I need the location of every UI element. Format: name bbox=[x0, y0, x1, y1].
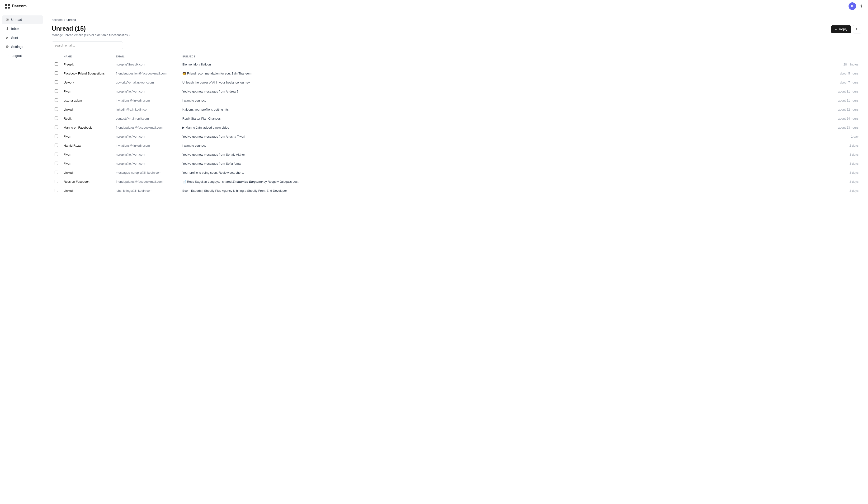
theme-toggle-icon[interactable]: ☀ bbox=[859, 3, 863, 9]
row-name: Fiverr bbox=[61, 132, 113, 141]
breadcrumb: dsecom › unread bbox=[52, 18, 861, 22]
search-input[interactable] bbox=[52, 42, 123, 49]
row-name: Freepik bbox=[61, 60, 113, 69]
row-time: about 23 hours bbox=[830, 123, 861, 132]
svg-rect-3 bbox=[8, 7, 10, 9]
row-email: upwork@email.upwork.com bbox=[113, 78, 179, 87]
row-name: LinkedIn bbox=[61, 186, 113, 195]
row-checkbox[interactable] bbox=[55, 98, 58, 102]
row-time: 3 days bbox=[830, 168, 861, 177]
row-subject: 📄 Ross Saguilan Lungayan shared Enchante… bbox=[179, 177, 830, 186]
row-time: 28 minutes bbox=[830, 60, 861, 69]
row-time: about 7 hours bbox=[830, 78, 861, 87]
row-time: about 24 hours bbox=[830, 114, 861, 123]
row-checkbox[interactable] bbox=[55, 81, 58, 84]
inbox-icon: ⬇ bbox=[6, 27, 9, 31]
svg-rect-0 bbox=[5, 4, 7, 6]
row-subject: You've got new messages from Anusha Tiwa… bbox=[179, 132, 830, 141]
row-subject: Ecom Experts | Shopify Plus Agency is hi… bbox=[179, 186, 830, 195]
sidebar-item-unread[interactable]: ✉ Unread bbox=[2, 15, 43, 24]
row-email: invitations@linkedin.com bbox=[113, 141, 179, 150]
row-time: 3 days bbox=[830, 159, 861, 168]
page-subtitle: Manage unread emails (Server side table … bbox=[52, 33, 130, 37]
table-row: LinkedInlinkedin@e.linkedin.comKaleem, y… bbox=[52, 105, 861, 114]
table-row: Fiverrnoreply@e.fiverr.comYou've got new… bbox=[52, 159, 861, 168]
logout-icon: → bbox=[6, 54, 9, 57]
row-checkbox[interactable] bbox=[55, 126, 58, 129]
row-checkbox[interactable] bbox=[55, 153, 58, 156]
row-checkbox[interactable] bbox=[55, 161, 58, 165]
sidebar-item-label: Logout bbox=[12, 54, 22, 57]
row-subject: You've got new messages from Andrea J bbox=[179, 87, 830, 96]
app-brand: Dsecom bbox=[12, 4, 27, 8]
row-time: about 5 hours bbox=[830, 69, 861, 78]
row-subject: You've got new messages from Sonaly Akth… bbox=[179, 150, 830, 159]
main-content: dsecom › unread Unread (15) Manage unrea… bbox=[45, 12, 868, 504]
row-subject: Replit Starter Plan Changes bbox=[179, 114, 830, 123]
row-checkbox[interactable] bbox=[55, 171, 58, 174]
row-name: Replit bbox=[61, 114, 113, 123]
header-actions: ↩ Reply ↻ bbox=[831, 25, 861, 33]
row-checkbox[interactable] bbox=[55, 144, 58, 147]
row-time: about 21 hours bbox=[830, 96, 861, 105]
col-header-email: EMAIL bbox=[113, 53, 179, 60]
table-header-row: NAME EMAIL SUBJECT bbox=[52, 53, 861, 60]
row-checkbox[interactable] bbox=[55, 90, 58, 93]
row-time: 3 days bbox=[830, 150, 861, 159]
topbar: Dsecom K ☀ bbox=[0, 0, 868, 12]
row-subject: Your profile is being seen. Review searc… bbox=[179, 168, 830, 177]
row-name: Ross on Facebook bbox=[61, 177, 113, 186]
sidebar-item-settings[interactable]: ⚙ Settings bbox=[2, 42, 43, 51]
row-name: osama aslam bbox=[61, 96, 113, 105]
row-email: jobs-listings@linkedin.com bbox=[113, 186, 179, 195]
row-checkbox[interactable] bbox=[55, 116, 58, 120]
sidebar-item-label: Unread bbox=[11, 18, 22, 22]
row-checkbox[interactable] bbox=[55, 107, 58, 111]
row-subject: ▶ Mannu Jatni added a new video bbox=[179, 123, 830, 132]
sidebar-item-sent[interactable]: ➤ Sent bbox=[2, 33, 43, 42]
row-subject: You've got new messages from Sofia Alma bbox=[179, 159, 830, 168]
row-checkbox[interactable] bbox=[55, 189, 58, 192]
row-checkbox[interactable] bbox=[55, 135, 58, 138]
row-subject: Kaleem, your profile is getting hits bbox=[179, 105, 830, 114]
topbar-right: K ☀ bbox=[848, 2, 863, 10]
breadcrumb-separator: › bbox=[64, 18, 65, 22]
row-subject: I want to connect bbox=[179, 141, 830, 150]
table-row: Fiverrnoreply@e.fiverr.comYou've got new… bbox=[52, 132, 861, 141]
layout: ✉ Unread ⬇ Inbox ➤ Sent ⚙ Settings → Log… bbox=[0, 12, 868, 504]
table-row: osama aslaminvitations@linkedin.comI wan… bbox=[52, 96, 861, 105]
settings-icon: ⚙ bbox=[6, 45, 9, 49]
sidebar-item-label: Sent bbox=[11, 36, 18, 40]
svg-rect-1 bbox=[8, 4, 10, 6]
row-email: friendupdates@facebookmail.com bbox=[113, 177, 179, 186]
row-email: contact@mail.replit.com bbox=[113, 114, 179, 123]
row-subject: Unleash the power of AI in your freelanc… bbox=[179, 78, 830, 87]
row-checkbox[interactable] bbox=[55, 71, 58, 75]
row-email: noreply@e.fiverr.com bbox=[113, 159, 179, 168]
row-subject: Bienvenido a flaticon bbox=[179, 60, 830, 69]
row-email: noreply@e.fiverr.com bbox=[113, 150, 179, 159]
app-logo-icon bbox=[5, 3, 10, 9]
breadcrumb-root[interactable]: dsecom bbox=[52, 18, 63, 22]
row-checkbox[interactable] bbox=[55, 180, 58, 183]
row-name: Facebook Friend Suggestions bbox=[61, 69, 113, 78]
row-subject: 🧑 Friend recommendation for you: Zain Th… bbox=[179, 69, 830, 78]
svg-rect-2 bbox=[5, 7, 7, 9]
row-time: 2 days bbox=[830, 141, 861, 150]
row-name: Fiverr bbox=[61, 87, 113, 96]
col-header-time bbox=[830, 53, 861, 60]
row-name: Hamid Raza bbox=[61, 141, 113, 150]
row-checkbox[interactable] bbox=[55, 62, 58, 66]
sidebar-item-inbox[interactable]: ⬇ Inbox bbox=[2, 24, 43, 33]
sidebar: ✉ Unread ⬇ Inbox ➤ Sent ⚙ Settings → Log… bbox=[0, 12, 45, 504]
reply-button[interactable]: ↩ Reply bbox=[831, 25, 851, 33]
row-name: Fiverr bbox=[61, 150, 113, 159]
row-email: invitations@linkedin.com bbox=[113, 96, 179, 105]
table-row: Fiverrnoreply@e.fiverr.comYou've got new… bbox=[52, 150, 861, 159]
reply-icon: ↩ bbox=[835, 28, 837, 31]
sidebar-item-logout[interactable]: → Logout bbox=[2, 52, 43, 60]
sidebar-item-label: Inbox bbox=[11, 27, 19, 31]
avatar[interactable]: K bbox=[848, 2, 856, 10]
refresh-button[interactable]: ↻ bbox=[853, 25, 861, 33]
table-row: Ross on Facebookfriendupdates@facebookma… bbox=[52, 177, 861, 186]
